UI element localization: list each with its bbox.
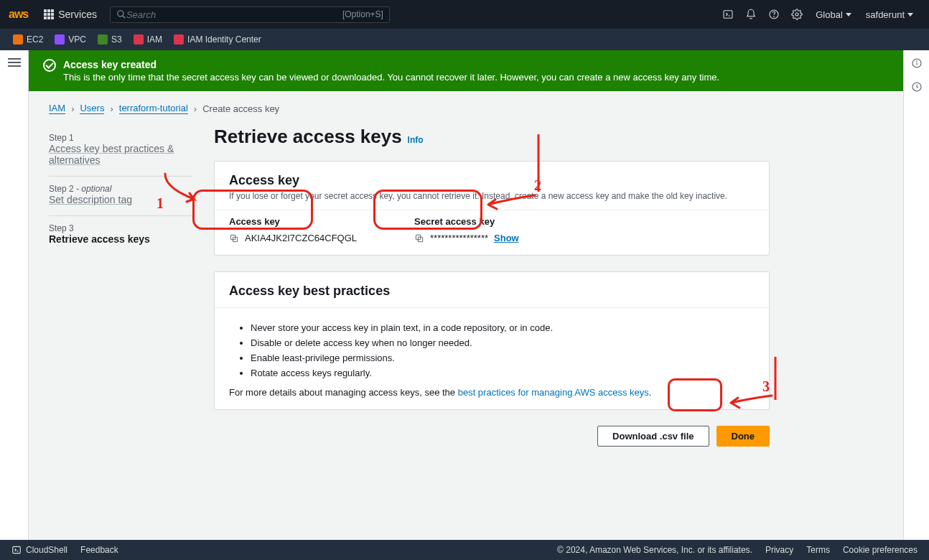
banner-subtitle: This is the only time that the secret ac… xyxy=(63,72,719,83)
best-practice-item: Rotate access keys regularly. xyxy=(251,368,755,378)
copy-icon[interactable] xyxy=(414,233,424,243)
service-icon xyxy=(13,34,23,45)
breadcrumb-link[interactable]: terraform-tutorial xyxy=(119,103,188,114)
content-area: Access key created This is the only time… xyxy=(29,50,903,540)
done-button[interactable]: Done xyxy=(716,426,770,447)
wizard-step-1[interactable]: Step 1Access key best practices & altern… xyxy=(49,126,192,177)
access-key-value: AKIA4JK2I7CZC64CFQGL xyxy=(245,233,357,243)
breadcrumb-current: Create access key xyxy=(202,103,279,114)
step-label: Set description tag xyxy=(49,194,192,205)
search-icon xyxy=(116,9,126,19)
search-box[interactable]: [Option+S] xyxy=(110,6,390,23)
settings-icon[interactable] xyxy=(785,3,808,26)
check-circle-icon xyxy=(43,59,56,72)
account-menu[interactable]: safderunt xyxy=(859,9,920,20)
region-selector[interactable]: Global xyxy=(808,9,859,20)
breadcrumb-link[interactable]: Users xyxy=(80,103,104,114)
caret-down-icon xyxy=(907,13,913,17)
secret-key-value: **************** xyxy=(430,233,488,243)
wizard-step-2[interactable]: Step 2 - optionalSet description tag xyxy=(49,177,192,216)
svg-point-15 xyxy=(916,61,917,62)
best-practices-title: Access key best practices xyxy=(229,284,755,299)
search-shortcut: [Option+S] xyxy=(342,9,383,19)
history-icon[interactable] xyxy=(911,81,923,95)
svg-point-0 xyxy=(118,11,123,17)
access-key-panel-subtitle: If you lose or forget your secret access… xyxy=(229,191,755,201)
info-icon[interactable] xyxy=(911,57,923,71)
left-rail xyxy=(0,50,29,540)
svg-line-1 xyxy=(123,16,126,19)
shortcut-bar: EC2VPCS3IAMIAM Identity Center xyxy=(0,29,929,50)
services-label: Services xyxy=(58,9,97,20)
copy-icon[interactable] xyxy=(229,233,239,243)
success-banner: Access key created This is the only time… xyxy=(29,50,903,91)
shortcut-iam-identity-center[interactable]: IAM Identity Center xyxy=(169,32,266,47)
breadcrumb-link[interactable]: IAM xyxy=(49,103,65,114)
service-icon xyxy=(134,34,144,45)
search-input[interactable] xyxy=(126,9,342,20)
access-key-panel-title: Access key xyxy=(229,173,755,188)
help-icon[interactable] xyxy=(762,3,785,26)
svg-point-5 xyxy=(774,17,775,17)
step-label: Access key best practices & alternatives xyxy=(49,143,192,166)
hamburger-icon[interactable] xyxy=(8,56,21,69)
secret-key-label: Secret access key xyxy=(414,216,519,227)
action-buttons: Download .csv file Done xyxy=(214,426,770,447)
service-icon xyxy=(98,34,108,45)
shortcut-vpc[interactable]: VPC xyxy=(50,32,90,47)
download-csv-button[interactable]: Download .csv file xyxy=(597,426,709,447)
best-practices-panel: Access key best practices Never store yo… xyxy=(214,271,770,410)
banner-title: Access key created xyxy=(63,59,719,70)
chevron-right-icon: › xyxy=(71,103,74,114)
best-practice-item: Disable or delete access key when no lon… xyxy=(251,337,755,348)
best-practice-item: Never store your access key in plain tex… xyxy=(251,322,755,333)
page-title: Retrieve access keys xyxy=(214,126,402,148)
wizard-step-3: Step 3Retrieve access keys xyxy=(49,216,192,255)
best-practices-link[interactable]: best practices for managing AWS access k… xyxy=(458,387,649,398)
cloudshell-icon[interactable] xyxy=(716,3,739,26)
grid-icon xyxy=(44,9,54,19)
right-rail xyxy=(903,50,929,540)
access-key-label: Access key xyxy=(229,216,357,227)
access-key-panel: Access key If you lose or forget your se… xyxy=(214,161,770,256)
show-secret-link[interactable]: Show xyxy=(494,233,519,243)
best-practice-item: Enable least-privilege permissions. xyxy=(251,353,755,363)
shortcut-s3[interactable]: S3 xyxy=(93,32,126,47)
top-nav: aws Services [Option+S] Global safderunt xyxy=(0,0,929,29)
chevron-right-icon: › xyxy=(194,103,197,114)
best-practices-footer: For more details about managing access k… xyxy=(229,387,755,398)
caret-down-icon xyxy=(846,13,851,17)
shortcut-ec2[interactable]: EC2 xyxy=(9,32,47,47)
service-icon xyxy=(55,34,65,45)
services-menu[interactable]: Services xyxy=(38,6,103,23)
svg-point-6 xyxy=(795,13,798,16)
step-label: Retrieve access keys xyxy=(49,233,192,245)
shortcut-iam[interactable]: IAM xyxy=(129,32,167,47)
service-icon xyxy=(174,34,184,45)
notifications-icon[interactable] xyxy=(739,3,762,26)
info-link[interactable]: Info xyxy=(408,135,424,145)
aws-logo[interactable]: aws xyxy=(9,8,28,21)
wizard-steps: Step 1Access key best practices & altern… xyxy=(49,126,192,447)
breadcrumb: IAM›Users›terraform-tutorial›Create acce… xyxy=(49,103,770,114)
chevron-right-icon: › xyxy=(110,103,113,114)
